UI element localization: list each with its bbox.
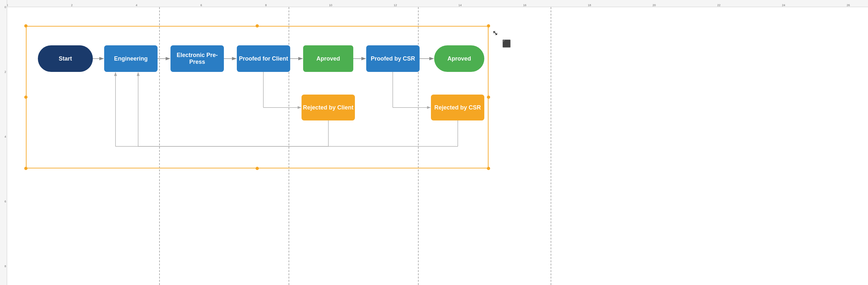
ruler-tick-8: 8 xyxy=(265,4,267,7)
ruler-tick-18: 18 xyxy=(588,4,591,7)
ruler-tick-left-6: 6 xyxy=(4,200,6,203)
ruler-tick-2: 2 xyxy=(71,4,72,7)
ruler-tick-24: 24 xyxy=(782,4,785,7)
handle-tl[interactable] xyxy=(24,24,28,28)
ruler-left: 0 2 4 6 8 xyxy=(0,0,7,285)
dashed-line-1 xyxy=(159,7,160,285)
handle-bc[interactable] xyxy=(255,167,259,170)
node-rejected-by-csr[interactable]: Rejected by CSR xyxy=(431,94,484,120)
handle-bl[interactable] xyxy=(24,167,28,170)
ruler-tick-14: 14 xyxy=(458,4,462,7)
node-start[interactable]: Start xyxy=(38,45,93,72)
ruler-tick-left-2: 2 xyxy=(4,70,6,74)
ruler-tick-4: 4 xyxy=(135,4,137,7)
handle-tr[interactable] xyxy=(487,24,490,28)
handle-ml[interactable] xyxy=(24,95,28,99)
node-electronic-pre-press[interactable]: Electronic Pre-Press xyxy=(170,45,224,72)
node-proofed-by-csr[interactable]: Proofed by CSR xyxy=(366,45,420,72)
dashed-line-4 xyxy=(551,7,551,285)
ruler-tick-12: 12 xyxy=(394,4,397,7)
node-engineering[interactable]: Engineering xyxy=(104,45,158,72)
ruler-tick-20: 20 xyxy=(653,4,656,7)
ruler-tick-6: 6 xyxy=(200,4,202,7)
ruler-tick-10: 10 xyxy=(329,4,332,7)
node-aproved-1[interactable]: Aproved xyxy=(303,45,353,72)
handle-tc[interactable] xyxy=(255,24,259,28)
ruler-tick-16: 16 xyxy=(523,4,526,7)
ruler-tick-left-0: 0 xyxy=(4,5,6,9)
node-aproved-2[interactable]: Aproved xyxy=(434,45,484,72)
ruler-tick-left-8: 8 xyxy=(4,265,6,268)
ruler-tick-22: 22 xyxy=(717,4,720,7)
node-rejected-by-client[interactable]: Rejected by Client xyxy=(302,94,355,120)
ruler-tick-left-4: 4 xyxy=(4,135,6,138)
handle-mr[interactable] xyxy=(487,95,490,99)
node-proofed-for-client[interactable]: Proofed for Client xyxy=(237,45,290,72)
ruler-tick-26: 26 xyxy=(847,4,850,7)
resize-icon[interactable]: ⤡ xyxy=(492,29,498,37)
cursor: ⬛ xyxy=(502,39,511,48)
diagram-canvas: Start Engineering Electronic Pre-Press P… xyxy=(7,7,868,285)
handle-br[interactable] xyxy=(487,167,490,170)
ruler-top: 0 2 4 6 8 10 12 14 16 18 20 22 24 26 xyxy=(0,0,868,7)
